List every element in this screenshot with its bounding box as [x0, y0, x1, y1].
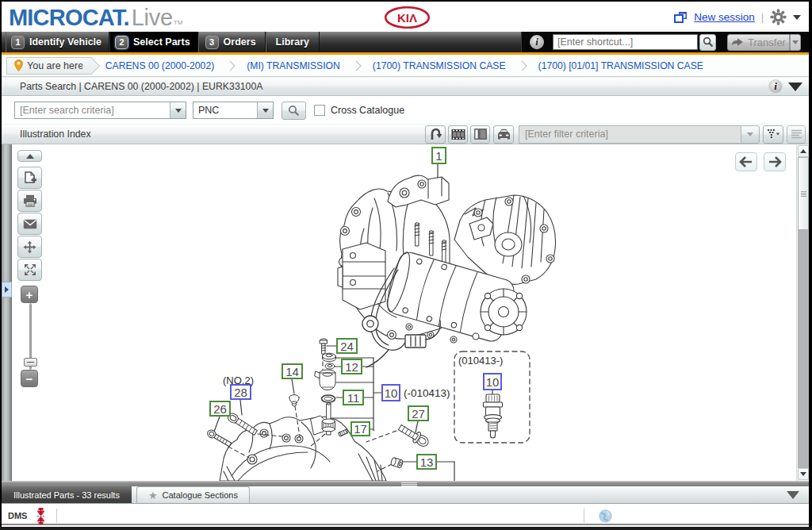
bottom-tab-illustrated-parts-33-results[interactable]: Illustrated Parts - 33 results [2, 486, 132, 503]
part-callout-1[interactable]: 1 [431, 147, 446, 164]
email-button[interactable] [17, 213, 42, 235]
part-callout-11[interactable]: 11 [343, 390, 364, 405]
bottom-tab-catalogue-sections[interactable]: ★Catalogue Sections [136, 486, 250, 503]
arrow-right-icon [768, 156, 782, 167]
shortcut-search-button[interactable] [699, 34, 716, 51]
vehicle-view-button[interactable] [493, 125, 514, 144]
panels-icon [474, 129, 487, 140]
part-callout-24[interactable]: 24 [336, 338, 358, 354]
search-criteria-dropdown-button[interactable] [170, 102, 186, 118]
new-document-button[interactable] [17, 167, 42, 189]
zoom-in-button[interactable]: + [21, 286, 38, 303]
breadcrumb-item-3[interactable]: (1700) [01/01] TRANSMISSION CASE [538, 60, 703, 71]
transfer-dropdown-button[interactable] [790, 34, 801, 51]
vertical-scrollbar-track[interactable] [798, 230, 809, 468]
logo-suffix: Live [132, 5, 173, 30]
previous-illustration-button[interactable] [735, 152, 757, 171]
svg-text:KIΛ: KIΛ [397, 11, 417, 25]
nav-tab-orders[interactable]: 3Orders [198, 32, 266, 52]
part-callout-17[interactable]: 17 [350, 421, 370, 436]
print-button[interactable] [17, 190, 42, 212]
vertical-scrollbar[interactable] [796, 144, 809, 481]
illustration-toolbar: + − [17, 150, 44, 387]
logo-brand: MICROCAT. [9, 5, 129, 30]
nav-tabs: 1Identify Vehicle2Select Parts3OrdersLib… [6, 32, 320, 52]
thumbnail-view-button[interactable] [448, 125, 468, 144]
pnc-select[interactable]: PNC [193, 102, 274, 119]
u-turn-arrow-icon [429, 128, 442, 140]
window-border-top [0, 0, 812, 2]
split-view-button[interactable] [470, 125, 490, 144]
nav-tab-library[interactable]: Library [266, 32, 320, 52]
bottom-tab-label: Catalogue Sections [163, 490, 238, 500]
search-icon [703, 36, 714, 48]
filter-criteria-input[interactable]: [Enter filter criteria] [519, 125, 741, 144]
pan-button[interactable] [17, 236, 42, 258]
part-callout-27[interactable]: 27 [408, 405, 429, 421]
list-icon [791, 129, 802, 139]
part-callout-10[interactable]: 10 [483, 373, 502, 390]
expand-panel-button[interactable] [2, 282, 12, 298]
nav-tab-number: 1 [11, 36, 25, 49]
window-border-left [0, 0, 2, 530]
status-bar: DMS [2, 504, 809, 525]
window-border-bottom [0, 527, 812, 530]
tab-list-caret[interactable] [787, 491, 799, 499]
next-illustration-button[interactable] [764, 152, 786, 171]
settings-dropdown-caret[interactable] [793, 15, 801, 20]
nav-tab-identify-vehicle[interactable]: 1Identify Vehicle [6, 32, 109, 52]
header: MICROCAT.LiveTM KIΛ New session | [2, 2, 809, 32]
zoom-slider: + − [17, 286, 44, 387]
breadcrumb-separator-icon [229, 60, 236, 71]
scroll-up-button[interactable] [798, 145, 809, 157]
scroll-down-button[interactable] [798, 468, 809, 480]
shortcut-input[interactable] [553, 34, 698, 50]
status-separator [56, 509, 57, 523]
vertical-scrollbar-thumb[interactable] [798, 157, 809, 230]
pnc-dropdown-button[interactable] [257, 102, 273, 118]
return-to-index-button[interactable] [425, 125, 446, 144]
illustration-index-bar: Illustration Index [2, 124, 809, 144]
new-session-link[interactable]: New session [694, 11, 755, 23]
star-icon: ★ [148, 490, 158, 501]
envelope-icon [23, 219, 37, 229]
nav-tab-label: Orders [224, 36, 256, 48]
part-callout-28[interactable]: 28 [230, 384, 251, 400]
shortcut-info-icon[interactable]: i [530, 35, 544, 49]
filter-options-button[interactable] [763, 125, 783, 144]
transfer-button[interactable]: Transfer [727, 34, 790, 51]
search-icon [288, 105, 300, 117]
breadcrumb-item-2[interactable]: (1700) TRANSMISSION CASE [373, 60, 506, 71]
breadcrumb-separator-icon [355, 60, 362, 71]
filter-funnel-icon [767, 129, 780, 140]
logo-trademark: TM [174, 19, 183, 26]
parts-search-title: Parts Search | CARENS 00 (2000-2002) | E… [20, 81, 262, 92]
zoom-slider-handle[interactable] [24, 358, 37, 367]
breadcrumb-item-1[interactable]: (MI) TRANSMISSION [247, 60, 340, 71]
part-callout-14[interactable]: 14 [282, 363, 303, 379]
zoom-out-button[interactable]: − [21, 370, 38, 387]
search-criteria-row: [Enter search criteria] PNC Cross Catalo… [2, 97, 809, 124]
new-page-icon [24, 171, 36, 185]
part-callout-26[interactable]: 26 [209, 401, 231, 417]
nav-tab-select-parts[interactable]: 2Select Parts [109, 32, 198, 52]
fit-to-screen-button[interactable] [17, 259, 42, 281]
parts-search-button[interactable] [282, 102, 306, 120]
search-criteria-combo[interactable]: [Enter search criteria] [14, 102, 186, 119]
parts-search-info-icon[interactable]: i [768, 79, 783, 94]
breadcrumb-item-0[interactable]: CARENS 00 (2000-2002) [105, 60, 215, 71]
list-view-button[interactable] [787, 125, 806, 144]
breadcrumb-separator-icon [521, 60, 527, 71]
collapse-toolbar-button[interactable] [17, 150, 42, 162]
parts-search-collapse-caret[interactable] [788, 83, 802, 91]
filter-dropdown-button[interactable] [741, 125, 760, 144]
illustration-annotation-1: (-010413) [404, 387, 450, 399]
settings-gear-icon[interactable] [770, 9, 787, 25]
parts-search-bar: Parts Search | CARENS 00 (2000-2002) | E… [2, 77, 809, 96]
cross-catalogue-checkbox[interactable] [314, 105, 325, 116]
horizontal-splitter[interactable] [2, 481, 809, 486]
part-callout-10[interactable]: 10 [381, 384, 400, 401]
part-callout-13[interactable]: 13 [416, 454, 437, 470]
part-callout-12[interactable]: 12 [341, 359, 362, 374]
results-tab-bar: Illustrated Parts - 33 results★Catalogue… [2, 486, 809, 504]
